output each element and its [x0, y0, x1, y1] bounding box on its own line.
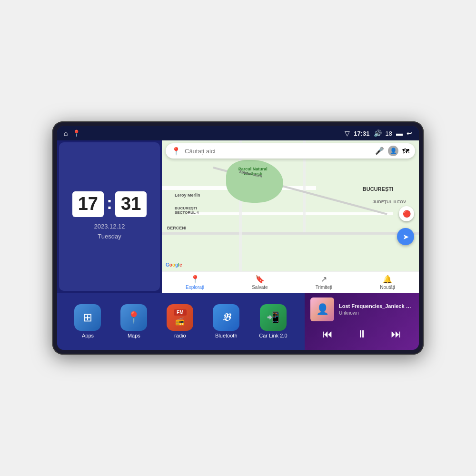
- radio-icon-bg: FM 📻: [167, 304, 193, 331]
- map-body[interactable]: TRAPEZULUI BUCUREȘTI JUDEȚUL ILFOV Parcu…: [162, 140, 419, 271]
- home-icon[interactable]: ⌂: [64, 129, 68, 137]
- app-icon-carlink[interactable]: 📲 Car Link 2.0: [259, 304, 287, 338]
- map-panel: 📍 🎤 👤 🗺: [162, 140, 419, 293]
- main-content: 17 : 31 2023.12.12 Tuesday 📍 🎤: [57, 140, 419, 293]
- map-label-bucuresti: BUCUREȘTI: [363, 186, 393, 192]
- map-label-leroy: Leroy Merlin: [175, 193, 200, 198]
- left-panel: 17 : 31 2023.12.12 Tuesday: [57, 140, 162, 293]
- music-album-art: 👤: [310, 298, 334, 321]
- carlink-icon-bg: 📲: [260, 304, 287, 331]
- music-title: Lost Frequencies_Janieck Devy-...: [339, 303, 413, 309]
- carlink-label: Car Link 2.0: [259, 333, 287, 338]
- map-navigate-button[interactable]: ➤: [397, 228, 414, 245]
- saved-label: Salvate: [252, 285, 268, 290]
- device-frame: ⌂ 📍 ▽ 17:31 🔊 18 ▬ ↩ 17 : 31: [52, 121, 424, 355]
- account-icon[interactable]: 👤: [388, 146, 398, 156]
- map-label-judetul: JUDEȚUL ILFOV: [373, 199, 406, 204]
- music-info: 👤 Lost Frequencies_Janieck Devy-... Unkn…: [310, 298, 413, 321]
- location-pin-icon[interactable]: 📍: [72, 129, 80, 137]
- map-compass-button[interactable]: 🔴: [399, 206, 414, 221]
- app-icon-bluetooth[interactable]: 𝔅 Bluetooth: [213, 304, 239, 338]
- clock-display: 17 : 31: [72, 191, 147, 217]
- music-next-button[interactable]: ⏭: [386, 326, 406, 342]
- date-text: 2023.12.12: [94, 222, 125, 232]
- layers-icon[interactable]: 🗺: [402, 147, 409, 155]
- status-bar: ⌂ 📍 ▽ 17:31 🔊 18 ▬ ↩: [57, 126, 419, 140]
- map-nav-explore[interactable]: 📍 Explorați: [186, 275, 204, 290]
- clock-colon: :: [107, 193, 112, 213]
- music-panel: 👤 Lost Frequencies_Janieck Devy-... Unkn…: [305, 293, 419, 350]
- bluetooth-icon-bg: 𝔅: [213, 304, 239, 331]
- music-controls: ⏮ ⏸ ⏭: [310, 326, 413, 342]
- battery-icon: ▬: [396, 129, 403, 137]
- status-left-icons: ⌂ 📍: [64, 129, 80, 137]
- music-art-image: 👤: [310, 298, 334, 321]
- status-right-area: ▽ 17:31 🔊 18 ▬ ↩: [345, 129, 412, 137]
- music-prev-button[interactable]: ⏮: [317, 326, 337, 342]
- signal-icon: ▽: [345, 129, 350, 137]
- news-label: Noutăți: [380, 285, 395, 290]
- apps-icon-bg: ⊞: [74, 304, 101, 331]
- news-icon: 🔔: [383, 275, 392, 284]
- app-icon-radio[interactable]: FM 📻 radio: [167, 304, 193, 338]
- saved-icon: 🔖: [255, 275, 265, 284]
- map-nav-news[interactable]: 🔔 Noutăți: [380, 275, 395, 290]
- day-text: Tuesday: [94, 232, 125, 242]
- map-label-berceni: BERCENI: [167, 226, 187, 230]
- map-label-sector4: BUCUREȘTISECTORUL 4: [175, 206, 198, 215]
- explore-icon: 📍: [190, 275, 200, 284]
- map-background: TRAPEZULUI BUCUREȘTI JUDEȚUL ILFOV Parcu…: [162, 140, 419, 271]
- share-icon: ↗: [321, 275, 327, 284]
- app-icon-apps[interactable]: ⊞ Apps: [74, 304, 101, 338]
- clock-section: 17 : 31 2023.12.12 Tuesday: [59, 142, 160, 291]
- device-screen: ⌂ 📍 ▽ 17:31 🔊 18 ▬ ↩ 17 : 31: [57, 126, 419, 350]
- explore-label: Explorați: [186, 285, 204, 290]
- map-nav-saved[interactable]: 🔖 Salvate: [252, 275, 268, 290]
- clock-minute: 31: [115, 191, 147, 217]
- google-maps-icon: 📍: [171, 147, 181, 156]
- music-playpause-button[interactable]: ⏸: [352, 326, 372, 342]
- battery-level: 18: [386, 130, 392, 137]
- apps-label: Apps: [82, 333, 94, 338]
- clock-hour: 17: [72, 191, 104, 217]
- volume-icon: 🔊: [374, 129, 382, 137]
- map-search-input[interactable]: [185, 148, 371, 155]
- back-icon[interactable]: ↩: [407, 129, 412, 137]
- share-label: Trimiteți: [316, 285, 332, 290]
- mic-icon[interactable]: 🎤: [375, 147, 384, 155]
- maps-label: Maps: [128, 333, 140, 338]
- music-artist: Unknown: [339, 310, 413, 316]
- bluetooth-label: Bluetooth: [215, 333, 237, 338]
- app-icon-maps[interactable]: 📍 Maps: [120, 304, 147, 338]
- map-search-bar: 📍 🎤 👤 🗺: [166, 143, 415, 159]
- google-logo: Google: [166, 262, 182, 268]
- radio-label: radio: [174, 333, 186, 338]
- map-nav-share[interactable]: ↗ Trimiteți: [316, 275, 332, 290]
- status-time: 17:31: [354, 130, 369, 137]
- map-nav-bar: 📍 Explorați 🔖 Salvate ↗ Trimiteți 🔔 Nout…: [162, 271, 419, 293]
- maps-icon-bg: 📍: [120, 304, 147, 331]
- music-text-area: Lost Frequencies_Janieck Devy-... Unknow…: [339, 303, 413, 316]
- bottom-row: ⊞ Apps 📍 Maps FM 📻 radio: [57, 293, 419, 350]
- date-display: 2023.12.12 Tuesday: [94, 222, 125, 242]
- app-tray: ⊞ Apps 📍 Maps FM 📻 radio: [57, 293, 305, 350]
